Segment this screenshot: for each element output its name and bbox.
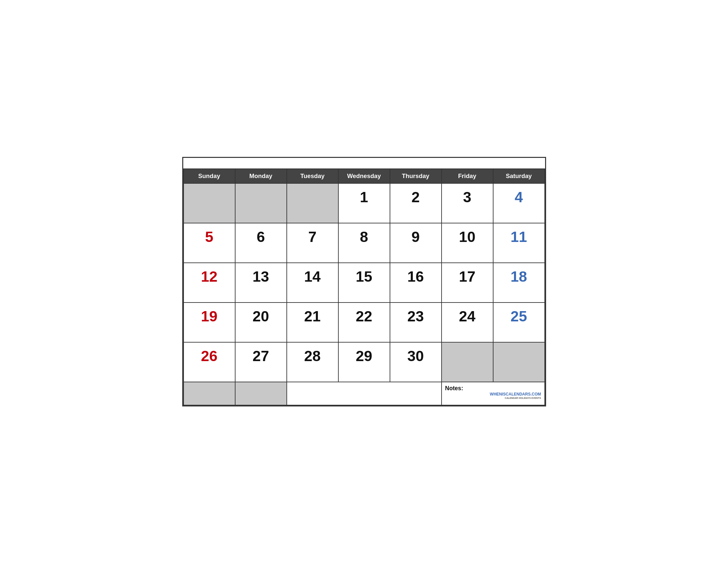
day-number: 21 (290, 306, 335, 324)
calendar-cell: 22 (338, 303, 390, 342)
calendar-cell: 13 (235, 263, 287, 303)
calendar-cell: 25 (493, 303, 545, 342)
calendar-cell: 12 (184, 263, 235, 303)
week-row-2: 12131415161718 (184, 263, 545, 303)
day-number: 19 (187, 306, 232, 324)
day-number: 13 (239, 266, 283, 284)
calendar-cell: 3 (442, 183, 493, 223)
day-header-thursday: Thursday (390, 169, 442, 183)
day-header-monday: Monday (235, 169, 287, 183)
day-number: 11 (497, 226, 541, 244)
notes-label-cell: Notes:WHENISCALENDARS.COMCALENDAR HOLIDA… (442, 382, 545, 405)
notes-cell-empty-1 (184, 382, 235, 405)
calendar-cell (493, 342, 545, 382)
notes-cell-empty-3 (287, 382, 442, 405)
days-header-row: SundayMondayTuesdayWednesdayThursdayFrid… (184, 169, 545, 183)
calendar-cell (287, 183, 338, 223)
day-header-tuesday: Tuesday (287, 169, 338, 183)
calendar-cell (184, 183, 235, 223)
calendar-cell: 4 (493, 183, 545, 223)
calendar-title (183, 158, 545, 168)
day-number: 26 (187, 345, 232, 364)
calendar-cell: 5 (184, 223, 235, 263)
week-row-3: 19202122232425 (184, 303, 545, 342)
day-number: 23 (394, 306, 438, 324)
day-header-wednesday: Wednesday (338, 169, 390, 183)
calendar-cell: 10 (442, 223, 493, 263)
calendar-cell: 19 (184, 303, 235, 342)
calendar-cell: 2 (390, 183, 442, 223)
calendar-grid: SundayMondayTuesdayWednesdayThursdayFrid… (183, 168, 545, 406)
day-number: 12 (187, 266, 232, 284)
day-number: 3 (445, 186, 490, 204)
day-header-sunday: Sunday (184, 169, 235, 183)
calendar-cell (235, 183, 287, 223)
calendar-cell: 16 (390, 263, 442, 303)
calendar-cell: 14 (287, 263, 338, 303)
brand-label: WHENISCALENDARS.COMCALENDAR HOLIDAYS EVE… (445, 392, 541, 400)
calendar-cell: 6 (235, 223, 287, 263)
calendar-cell: 7 (287, 223, 338, 263)
calendar-cell: 1 (338, 183, 390, 223)
calendar-cell: 8 (338, 223, 390, 263)
day-number: 18 (497, 266, 541, 284)
day-number: 24 (445, 306, 490, 324)
day-number: 7 (290, 226, 335, 244)
notes-label: Notes: (445, 385, 541, 392)
calendar-cell: 24 (442, 303, 493, 342)
day-number: 2 (394, 186, 438, 204)
week-row-0: 1234 (184, 183, 545, 223)
day-number: 5 (187, 226, 232, 244)
calendar-cell: 27 (235, 342, 287, 382)
notes-row: Notes:WHENISCALENDARS.COMCALENDAR HOLIDA… (184, 382, 545, 405)
day-number: 25 (497, 306, 541, 324)
calendar-cell: 21 (287, 303, 338, 342)
day-number: 27 (239, 345, 283, 364)
calendar-cell: 18 (493, 263, 545, 303)
day-number: 1 (342, 186, 386, 204)
day-number: 17 (445, 266, 490, 284)
day-number: 16 (394, 266, 438, 284)
brand-sublabel: CALENDAR HOLIDAYS EVENTS (445, 397, 541, 400)
day-number: 20 (239, 306, 283, 324)
day-number: 6 (239, 226, 283, 244)
day-number: 30 (394, 345, 438, 364)
calendar-cell: 30 (390, 342, 442, 382)
day-number: 8 (342, 226, 386, 244)
day-number: 10 (445, 226, 490, 244)
day-header-saturday: Saturday (493, 169, 545, 183)
week-row-4: 2627282930 (184, 342, 545, 382)
day-number: 15 (342, 266, 386, 284)
day-number: 29 (342, 345, 386, 364)
calendar-cell: 23 (390, 303, 442, 342)
day-number: 28 (290, 345, 335, 364)
calendar-cell: 9 (390, 223, 442, 263)
calendar-cell: 15 (338, 263, 390, 303)
calendar-cell: 17 (442, 263, 493, 303)
day-number: 9 (394, 226, 438, 244)
day-header-friday: Friday (442, 169, 493, 183)
calendar-cell: 26 (184, 342, 235, 382)
calendar-cell: 20 (235, 303, 287, 342)
day-number: 4 (497, 186, 541, 204)
calendar-cell: 11 (493, 223, 545, 263)
calendar-cell (442, 342, 493, 382)
day-number: 22 (342, 306, 386, 324)
calendar-container: SundayMondayTuesdayWednesdayThursdayFrid… (182, 157, 546, 407)
calendar-cell: 28 (287, 342, 338, 382)
notes-cell-empty-2 (235, 382, 287, 405)
week-row-1: 567891011 (184, 223, 545, 263)
calendar-cell: 29 (338, 342, 390, 382)
day-number: 14 (290, 266, 335, 284)
